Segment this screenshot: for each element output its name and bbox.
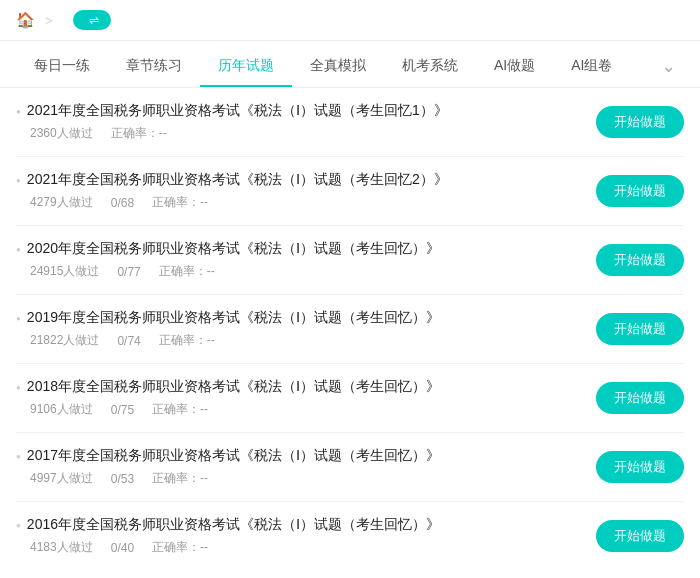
start-exam-button[interactable]: 开始做题 — [596, 451, 684, 483]
item-progress: 0/53 — [111, 472, 134, 486]
item-accuracy: 正确率：-- — [159, 263, 215, 280]
item-meta: 24915人做过0/77正确率：-- — [16, 263, 576, 280]
tab-history[interactable]: 历年试题 — [200, 45, 292, 87]
item-title: 2021年度全国税务师职业资格考试《税法（Ⅰ）试题（考生回忆2）》 — [16, 171, 576, 189]
switch-icon: ⇌ — [89, 13, 99, 27]
item-people-count: 9106人做过 — [30, 401, 93, 418]
item-accuracy: 正确率：-- — [152, 194, 208, 211]
tab-bar: 每日一练章节练习历年试题全真模拟机考系统AI做题AI组卷⌄ — [0, 45, 700, 88]
item-people-count: 4183人做过 — [30, 539, 93, 556]
start-exam-button[interactable]: 开始做题 — [596, 313, 684, 345]
item-accuracy: 正确率：-- — [152, 401, 208, 418]
start-exam-button[interactable]: 开始做题 — [596, 520, 684, 552]
tab-more-icon[interactable]: ⌄ — [653, 47, 684, 85]
breadcrumb-separator: > — [45, 13, 53, 28]
tab-mock[interactable]: 全真模拟 — [292, 45, 384, 87]
item-accuracy: 正确率：-- — [159, 332, 215, 349]
item-meta: 4183人做过0/40正确率：-- — [16, 539, 576, 556]
item-left: 2016年度全国税务师职业资格考试《税法（Ⅰ）试题（考生回忆）》4183人做过0… — [16, 516, 576, 556]
list-item: 2021年度全国税务师职业资格考试《税法（Ⅰ）试题（考生回忆1）》2360人做过… — [16, 88, 684, 157]
item-accuracy: 正确率：-- — [111, 125, 167, 142]
tab-ai-group[interactable]: AI组卷 — [553, 45, 630, 87]
item-accuracy: 正确率：-- — [152, 470, 208, 487]
item-title: 2018年度全国税务师职业资格考试《税法（Ⅰ）试题（考生回忆）》 — [16, 378, 576, 396]
list-item: 2020年度全国税务师职业资格考试《税法（Ⅰ）试题（考生回忆）》24915人做过… — [16, 226, 684, 295]
item-title: 2019年度全国税务师职业资格考试《税法（Ⅰ）试题（考生回忆）》 — [16, 309, 576, 327]
item-progress: 0/77 — [117, 265, 140, 279]
item-title: 2020年度全国税务师职业资格考试《税法（Ⅰ）试题（考生回忆）》 — [16, 240, 576, 258]
item-people-count: 4279人做过 — [30, 194, 93, 211]
item-left: 2020年度全国税务师职业资格考试《税法（Ⅰ）试题（考生回忆）》24915人做过… — [16, 240, 576, 280]
start-exam-button[interactable]: 开始做题 — [596, 244, 684, 276]
item-meta: 21822人做过0/74正确率：-- — [16, 332, 576, 349]
exam-list: 2021年度全国税务师职业资格考试《税法（Ⅰ）试题（考生回忆1）》2360人做过… — [0, 88, 700, 570]
item-left: 2017年度全国税务师职业资格考试《税法（Ⅰ）试题（考生回忆）》4997人做过0… — [16, 447, 576, 487]
item-title: 2017年度全国税务师职业资格考试《税法（Ⅰ）试题（考生回忆）》 — [16, 447, 576, 465]
tab-daily[interactable]: 每日一练 — [16, 45, 108, 87]
switch-button[interactable]: ⇌ — [73, 10, 111, 30]
item-progress: 0/40 — [111, 541, 134, 555]
list-item: 2017年度全国税务师职业资格考试《税法（Ⅰ）试题（考生回忆）》4997人做过0… — [16, 433, 684, 502]
item-meta: 4997人做过0/53正确率：-- — [16, 470, 576, 487]
list-item: 2018年度全国税务师职业资格考试《税法（Ⅰ）试题（考生回忆）》9106人做过0… — [16, 364, 684, 433]
start-exam-button[interactable]: 开始做题 — [596, 382, 684, 414]
list-item: 2016年度全国税务师职业资格考试《税法（Ⅰ）试题（考生回忆）》4183人做过0… — [16, 502, 684, 570]
tab-exam[interactable]: 机考系统 — [384, 45, 476, 87]
item-progress: 0/75 — [111, 403, 134, 417]
item-accuracy: 正确率：-- — [152, 539, 208, 556]
item-title: 2016年度全国税务师职业资格考试《税法（Ⅰ）试题（考生回忆）》 — [16, 516, 576, 534]
list-item: 2021年度全国税务师职业资格考试《税法（Ⅰ）试题（考生回忆2）》4279人做过… — [16, 157, 684, 226]
item-left: 2021年度全国税务师职业资格考试《税法（Ⅰ）试题（考生回忆1）》2360人做过… — [16, 102, 576, 142]
item-people-count: 2360人做过 — [30, 125, 93, 142]
item-left: 2018年度全国税务师职业资格考试《税法（Ⅰ）试题（考生回忆）》9106人做过0… — [16, 378, 576, 418]
item-progress: 0/68 — [111, 196, 134, 210]
item-left: 2019年度全国税务师职业资格考试《税法（Ⅰ）试题（考生回忆）》21822人做过… — [16, 309, 576, 349]
list-item: 2019年度全国税务师职业资格考试《税法（Ⅰ）试题（考生回忆）》21822人做过… — [16, 295, 684, 364]
item-people-count: 21822人做过 — [30, 332, 99, 349]
item-people-count: 4997人做过 — [30, 470, 93, 487]
item-people-count: 24915人做过 — [30, 263, 99, 280]
tab-ai[interactable]: AI做题 — [476, 45, 553, 87]
start-exam-button[interactable]: 开始做题 — [596, 175, 684, 207]
item-left: 2021年度全国税务师职业资格考试《税法（Ⅰ）试题（考生回忆2）》4279人做过… — [16, 171, 576, 211]
breadcrumb: > — [41, 13, 73, 28]
item-progress: 0/74 — [117, 334, 140, 348]
header: 🏠 > ⇌ — [0, 0, 700, 41]
item-title: 2021年度全国税务师职业资格考试《税法（Ⅰ）试题（考生回忆1）》 — [16, 102, 576, 120]
home-icon: 🏠 — [16, 11, 35, 29]
tab-chapter[interactable]: 章节练习 — [108, 45, 200, 87]
start-exam-button[interactable]: 开始做题 — [596, 106, 684, 138]
item-meta: 9106人做过0/75正确率：-- — [16, 401, 576, 418]
item-meta: 2360人做过正确率：-- — [16, 125, 576, 142]
item-meta: 4279人做过0/68正确率：-- — [16, 194, 576, 211]
